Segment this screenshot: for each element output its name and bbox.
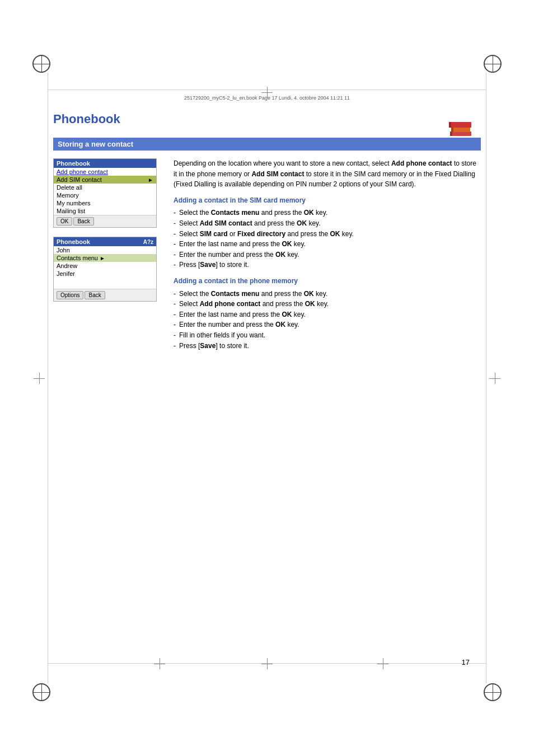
sim-step-4: Enter the last name and press the OK key…: [174, 239, 481, 250]
reg-mark-bottom-left: [154, 658, 165, 669]
screen2-item-andrew[interactable]: Andrew: [54, 262, 156, 270]
screen1-item-mynumbers[interactable]: My numbers: [54, 199, 156, 207]
reg-mark-tl: [32, 55, 50, 73]
sim-steps-list: Select the Contacts menu and press the O…: [174, 208, 481, 270]
phone-screen-2: Phonebook A?z John Contacts menu ► Andre…: [53, 237, 157, 302]
arrow-icon: ►: [148, 177, 153, 183]
page-title: Phonebook: [53, 112, 481, 129]
phone-screen-1: Phonebook Add phone contact Add SIM cont…: [53, 158, 157, 228]
screen1-item-add-sim[interactable]: Add SIM contact ►: [54, 176, 156, 184]
reg-mark-br: [484, 683, 502, 701]
phone-step-2: Select Add phone contact and press the O…: [174, 299, 481, 309]
left-column: Phonebook Add phone contact Add SIM cont…: [53, 158, 162, 302]
phone-section-title: Adding a contact in the phone memory: [174, 276, 481, 287]
screen1-item-delete[interactable]: Delete all: [54, 184, 156, 191]
screen2-item-contacts-menu[interactable]: Contacts menu ►: [54, 254, 156, 262]
right-column: Depending on the location where you want…: [174, 158, 481, 351]
content-area: Phonebook Storing a new contact Phoneboo…: [53, 112, 481, 644]
screen2-item-john[interactable]: John: [54, 246, 156, 254]
sim-step-6: Press [Save] to store it.: [174, 260, 481, 270]
two-column-layout: Phonebook Add phone contact Add SIM cont…: [53, 158, 481, 351]
screen2-options-btn[interactable]: Options: [57, 291, 83, 299]
section-header: Storing a new contact: [53, 138, 481, 151]
sim-step-3: Select SIM card or Fixed directory and p…: [174, 229, 481, 240]
screen2-item-jenifer[interactable]: Jenifer: [54, 270, 156, 278]
bold-add-sim-contact: Add SIM contact: [251, 170, 304, 178]
screen1-title: Phonebook: [54, 159, 156, 168]
page-number: 17: [462, 658, 470, 666]
sim-step-2: Select Add SIM contact and press the OK …: [174, 218, 481, 229]
screen1-back-btn[interactable]: Back: [73, 217, 93, 226]
phone-step-5: Fill in other fields if you want.: [174, 330, 481, 341]
reg-mark-ml: [34, 373, 45, 384]
section-title-text: Storing a new contact: [58, 140, 133, 148]
screen1-item-memory[interactable]: Memory: [54, 191, 156, 199]
left-rule: [48, 73, 48, 683]
screen2-title: Phonebook A?z: [54, 237, 156, 246]
phone-step-1: Select the Contacts menu and press the O…: [174, 289, 481, 299]
screen1-item-mailing[interactable]: Mailing list: [54, 207, 156, 215]
phone-step-4: Enter the number and press the OK key.: [174, 320, 481, 330]
intro-paragraph: Depending on the location where you want…: [174, 158, 481, 190]
phone-step-6: Press [Save] to store it.: [174, 341, 481, 351]
screen2-back-btn[interactable]: Back: [85, 291, 105, 299]
phone-step-3: Enter the last name and press the OK key…: [174, 309, 481, 320]
screen1-ok-btn[interactable]: OK: [57, 217, 72, 226]
screen2-title-text: Phonebook: [57, 238, 90, 245]
sim-section-title: Adding a contact in the SIM card memory: [174, 195, 481, 206]
screen1-buttons: OK Back: [54, 215, 156, 227]
right-rule: [486, 73, 486, 683]
reg-mark-bottom-right: [377, 658, 388, 669]
arrow-icon-2: ►: [100, 255, 105, 261]
reg-mark-tr: [484, 55, 502, 73]
screen2-az: A?z: [143, 239, 153, 245]
sim-step-5: Enter the number and press the OK key.: [174, 250, 481, 260]
reg-mark-bl: [32, 683, 50, 701]
reg-mark-bottom-center: [261, 658, 273, 669]
phone-steps-list: Select the Contacts menu and press the O…: [174, 289, 481, 351]
reg-mark-mr: [489, 373, 500, 384]
screen1-item-add-phone[interactable]: Add phone contact: [54, 168, 156, 176]
screen1-title-text: Phonebook: [57, 160, 90, 167]
screen2-buttons: Options Back: [54, 289, 156, 301]
bold-add-phone-contact: Add phone contact: [391, 159, 452, 167]
sim-step-1: Select the Contacts menu and press the O…: [174, 208, 481, 218]
reg-mark-top-center: [261, 87, 273, 98]
page-container: 251729200_myC5-2_lu_en.book Page 17 Lund…: [0, 0, 534, 756]
